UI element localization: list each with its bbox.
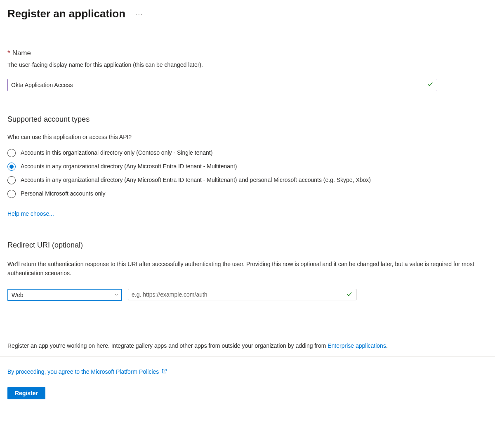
radio-option-multitenant[interactable]: Accounts in any organizational directory… bbox=[7, 162, 488, 171]
more-icon[interactable]: ··· bbox=[133, 10, 146, 19]
account-types-title: Supported account types bbox=[7, 115, 488, 124]
radio-label: Accounts in this organizational director… bbox=[21, 149, 212, 157]
policies-row: By proceeding, you agree to the Microsof… bbox=[7, 368, 488, 375]
radio-option-multitenant-personal[interactable]: Accounts in any organizational directory… bbox=[7, 176, 488, 184]
help-me-choose-link[interactable]: Help me choose... bbox=[7, 210, 54, 217]
page-title: Register an application bbox=[7, 7, 125, 20]
integrate-note-prefix: Register an app you're working on here. … bbox=[7, 342, 328, 349]
name-section: * Name The user-facing display name for … bbox=[7, 49, 488, 91]
name-input-wrapper bbox=[7, 79, 437, 91]
radio-circle-icon bbox=[7, 149, 16, 157]
name-label-text: Name bbox=[12, 49, 31, 57]
redirect-uri-input[interactable] bbox=[128, 289, 356, 300]
radio-option-personal-only[interactable]: Personal Microsoft accounts only bbox=[7, 189, 488, 198]
redirect-row bbox=[7, 289, 488, 301]
uri-input-wrapper bbox=[128, 289, 356, 301]
platform-select-wrapper bbox=[7, 289, 122, 301]
radio-dot-icon bbox=[9, 165, 14, 169]
account-types-radio-group: Accounts in this organizational director… bbox=[7, 149, 488, 198]
redirect-help: We'll return the authentication response… bbox=[7, 259, 478, 278]
radio-label: Accounts in any organizational directory… bbox=[21, 162, 237, 171]
platform-policies-link[interactable]: By proceeding, you agree to the Microsof… bbox=[7, 368, 159, 375]
name-input[interactable] bbox=[7, 79, 437, 91]
radio-circle-icon bbox=[7, 190, 16, 198]
divider bbox=[0, 356, 495, 357]
radio-label: Accounts in any organizational directory… bbox=[21, 176, 371, 184]
account-types-subtitle: Who can use this application or access t… bbox=[7, 134, 488, 140]
name-label: * Name bbox=[7, 49, 488, 57]
register-button[interactable]: Register bbox=[7, 387, 45, 399]
redirect-uri-section: Redirect URI (optional) We'll return the… bbox=[7, 241, 488, 301]
radio-circle-icon bbox=[7, 163, 16, 171]
name-help: The user-facing display name for this ap… bbox=[7, 61, 488, 68]
redirect-title: Redirect URI (optional) bbox=[7, 241, 488, 250]
page-header: Register an application ··· bbox=[7, 7, 488, 20]
enterprise-applications-link[interactable]: Enterprise applications bbox=[328, 342, 386, 349]
integrate-note: Register an app you're working on here. … bbox=[7, 342, 488, 349]
radio-option-single-tenant[interactable]: Accounts in this organizational director… bbox=[7, 149, 488, 157]
platform-select[interactable] bbox=[7, 289, 122, 301]
required-indicator: * bbox=[7, 49, 10, 57]
account-types-section: Supported account types Who can use this… bbox=[7, 115, 488, 217]
radio-circle-icon bbox=[7, 176, 16, 184]
external-link-icon bbox=[161, 368, 167, 375]
radio-label: Personal Microsoft accounts only bbox=[21, 189, 105, 198]
